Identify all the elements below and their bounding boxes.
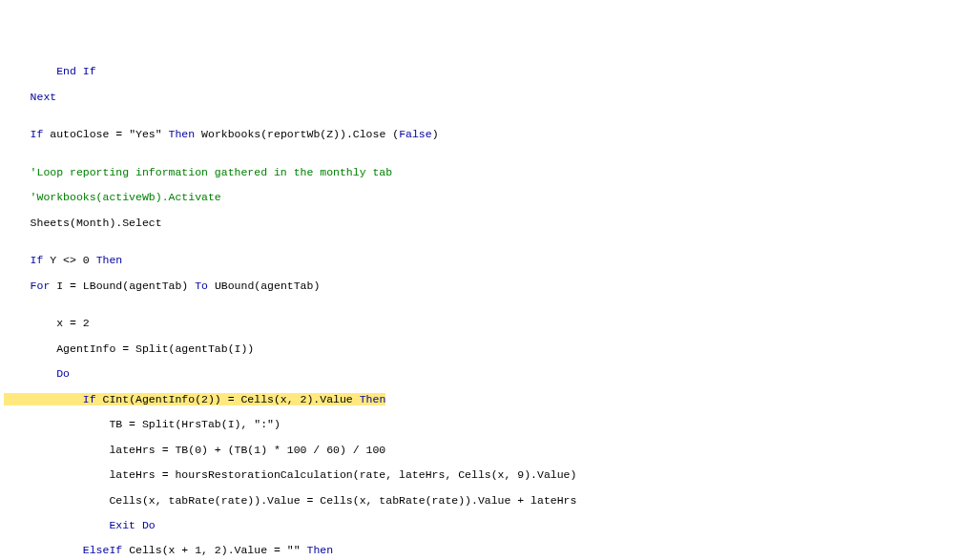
- code-text: lateHrs = hoursRestorationCalculation(ra…: [4, 468, 973, 481]
- keyword: If: [4, 393, 103, 405]
- code-text: Cells(x, tabRate(rate)).Value = Cells(x,…: [4, 494, 973, 507]
- keyword: End If: [4, 65, 96, 77]
- code-text: ): [274, 418, 281, 430]
- comment: 'Loop reporting information gathered in …: [4, 166, 392, 178]
- keyword: Then: [360, 393, 386, 405]
- keyword: False: [399, 128, 432, 140]
- code-text: CInt(AgentInfo(2)) = Cells(x, 2).Value: [103, 393, 360, 405]
- keyword: ElseIf: [4, 544, 129, 556]
- keyword: Then: [162, 128, 201, 140]
- code-text: Cells(x + 1, 2).Value =: [129, 544, 287, 556]
- string-literal: ":": [254, 418, 274, 430]
- keyword: To: [195, 280, 215, 292]
- keyword: Next: [4, 91, 56, 103]
- string-literal: "": [287, 544, 301, 556]
- code-text: UBound(agentTab): [215, 280, 320, 292]
- keyword: If: [4, 254, 50, 266]
- keyword: Exit Do: [4, 519, 156, 531]
- code-text: Workbooks(reportWb(Z)).Close (: [201, 128, 399, 140]
- code-text: x = 2: [4, 317, 973, 329]
- code-block: End If Next If autoClose = "Yes" Then Wo…: [4, 52, 973, 560]
- code-text: AgentInfo = Split(agentTab(I)): [4, 342, 973, 355]
- keyword: Then: [301, 544, 334, 556]
- code-text: lateHrs = TB(0) + (TB(1) * 100 / 60) / 1…: [4, 444, 973, 456]
- code-text: ): [432, 128, 439, 140]
- string-literal: "Yes": [129, 128, 162, 140]
- keyword: Then: [96, 254, 123, 266]
- code-text: I = LBound(agentTab): [56, 280, 195, 292]
- code-text: Y <> 0: [50, 254, 95, 266]
- code-text: TB = Split(HrsTab(I),: [4, 418, 254, 430]
- keyword: If: [4, 128, 50, 140]
- code-text: autoClose =: [50, 128, 129, 140]
- keyword: For: [4, 280, 56, 292]
- comment: 'Workbooks(activeWb).Activate: [4, 191, 221, 203]
- code-text: Sheets(Month).Select: [4, 217, 973, 229]
- keyword: Do: [4, 367, 70, 380]
- highlighted-line: If CInt(AgentInfo(2)) = Cells(x, 2).Valu…: [4, 393, 385, 405]
